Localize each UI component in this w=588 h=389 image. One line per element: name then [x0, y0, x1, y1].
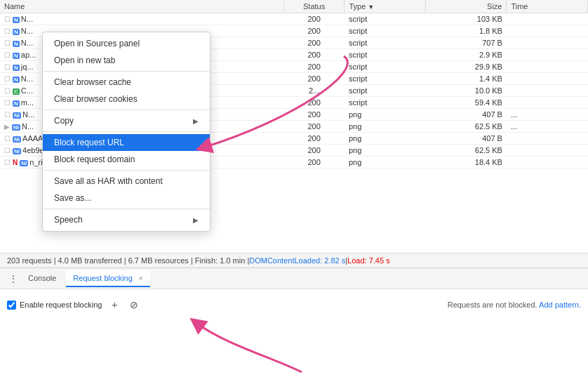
context-menu-item-copy[interactable]: Copy▶ — [43, 112, 210, 129]
row-type-cell: png — [345, 145, 426, 157]
tab-close-icon[interactable]: × — [139, 275, 143, 282]
menu-separator — [43, 71, 210, 72]
row-size-cell: 62.5 KB — [425, 121, 507, 133]
context-menu-item-open-sources[interactable]: Open in Sources panel — [43, 35, 210, 52]
row-status-cell: 200 — [283, 133, 345, 145]
row-time-cell — [507, 85, 588, 97]
drawer-tabs: ⋮ Console Request blocking × — [0, 268, 588, 289]
row-status-cell: 200 — [283, 145, 345, 157]
col-header-time[interactable]: Time — [507, 0, 588, 13]
drawer-content: Enable request blocking + ⊘ Requests are… — [0, 289, 588, 320]
row-time-cell — [507, 145, 588, 157]
row-size-cell: 59.4 KB — [425, 97, 507, 109]
row-status-cell: 200 — [283, 61, 345, 73]
context-menu-item-clear-cache[interactable]: Clear browser cache — [43, 74, 210, 91]
col-header-name[interactable]: Name — [0, 0, 283, 13]
row-time-cell — [507, 13, 588, 25]
devtools-panel: Name Status Type ▼ Size Time ☐ NN... 200… — [0, 0, 588, 389]
not-blocked-text: Requests are not blocked. — [448, 301, 537, 309]
row-status-cell: 200 — [283, 37, 345, 49]
col-header-size[interactable]: Size — [425, 0, 507, 13]
row-size-cell: 103 KB — [425, 13, 507, 25]
context-menu-item-speech[interactable]: Speech▶ — [43, 211, 210, 228]
dom-content-loaded: DOMContentLoaded: 2.82 s — [249, 256, 345, 265]
row-time-cell — [507, 49, 588, 61]
tab-console[interactable]: Console — [21, 270, 63, 287]
row-time-cell — [507, 25, 588, 37]
col-header-status[interactable]: Status — [283, 0, 345, 13]
drawer-left: Enable request blocking + ⊘ — [7, 298, 141, 312]
row-type-cell: script — [345, 85, 426, 97]
row-time-cell: ... — [507, 121, 588, 133]
enable-label: Enable request blocking — [20, 301, 102, 309]
row-status-cell: 200 — [283, 157, 345, 169]
row-type-cell: png — [345, 109, 426, 121]
enable-checkbox[interactable] — [7, 301, 16, 310]
row-size-cell: 1.4 KB — [425, 73, 507, 85]
row-size-cell: 1.8 KB — [425, 25, 507, 37]
menu-separator — [43, 110, 210, 110]
row-size-cell: 407 B — [425, 133, 507, 145]
status-bar-text: 203 requests | 4.0 MB transferred | 6.7 … — [7, 256, 249, 265]
row-status-cell: 200 — [283, 121, 345, 133]
context-menu-item-block-url[interactable]: Block request URL — [43, 134, 210, 151]
row-time-cell — [507, 73, 588, 85]
row-size-cell: 29.9 KB — [425, 61, 507, 73]
menu-separator — [43, 170, 210, 171]
row-type-cell: script — [345, 73, 426, 85]
row-type-cell: script — [345, 25, 426, 37]
row-size-cell: 2.9 KB — [425, 49, 507, 61]
context-menu-item-open-new-tab[interactable]: Open in new tab — [43, 52, 210, 69]
context-menu-item-save-as[interactable]: Save as... — [43, 190, 210, 206]
row-time-cell — [507, 157, 588, 169]
row-time-cell — [507, 133, 588, 145]
context-menu-item-save-har[interactable]: Save all as HAR with content — [43, 173, 210, 190]
row-size-cell: 10.0 KB — [425, 85, 507, 97]
row-status-cell: 200 — [283, 109, 345, 121]
row-type-cell: png — [345, 121, 426, 133]
drawer-right: Requests are not blocked. Add pattern. — [448, 301, 581, 309]
menu-separator — [43, 131, 210, 132]
table-row[interactable]: ☐ NN... 200 script 103 KB — [0, 13, 588, 25]
row-type-cell: script — [345, 61, 426, 73]
row-size-cell: 62.5 KB — [425, 145, 507, 157]
drawer-menu-icon[interactable]: ⋮ — [6, 273, 21, 284]
row-type-cell: png — [345, 157, 426, 169]
row-type-cell: script — [345, 49, 426, 61]
col-header-type[interactable]: Type ▼ — [345, 0, 426, 13]
load-time: Load: 7.45 s — [347, 256, 390, 265]
row-status-cell: 200 — [283, 25, 345, 37]
block-icon-button[interactable]: ⊘ — [127, 298, 141, 312]
row-status-cell: 200 — [283, 49, 345, 61]
row-name-cell: ☐ NN... — [0, 13, 283, 25]
row-time-cell: ... — [507, 109, 588, 121]
row-status-cell: 200 — [283, 73, 345, 85]
row-size-cell: 18.4 KB — [425, 157, 507, 169]
context-menu-item-clear-cookies[interactable]: Clear browser cookies — [43, 91, 210, 107]
add-pattern-link[interactable]: Add pattern. — [539, 301, 581, 309]
add-pattern-button[interactable]: + — [107, 298, 121, 312]
row-status-cell: 200 — [283, 13, 345, 25]
menu-separator — [43, 209, 210, 209]
row-status-cell: 2... — [283, 85, 345, 97]
context-menu-item-block-domain[interactable]: Block request domain — [43, 151, 210, 168]
row-type-cell: script — [345, 97, 426, 109]
row-type-cell: png — [345, 133, 426, 145]
row-type-cell: script — [345, 13, 426, 25]
row-time-cell — [507, 61, 588, 73]
row-time-cell — [507, 97, 588, 109]
enable-request-blocking[interactable]: Enable request blocking — [7, 301, 102, 310]
row-size-cell: 707 B — [425, 37, 507, 49]
context-menu: Open in Sources panelOpen in new tabClea… — [42, 32, 211, 232]
row-type-cell: script — [345, 37, 426, 49]
tab-request-blocking[interactable]: Request blocking × — [66, 270, 149, 287]
row-status-cell: 200 — [283, 97, 345, 109]
status-bar: 203 requests | 4.0 MB transferred | 6.7 … — [0, 253, 588, 268]
bottom-drawer: ⋮ Console Request blocking × Enable requ… — [0, 268, 588, 320]
row-time-cell — [507, 37, 588, 49]
row-size-cell: 407 B — [425, 109, 507, 121]
